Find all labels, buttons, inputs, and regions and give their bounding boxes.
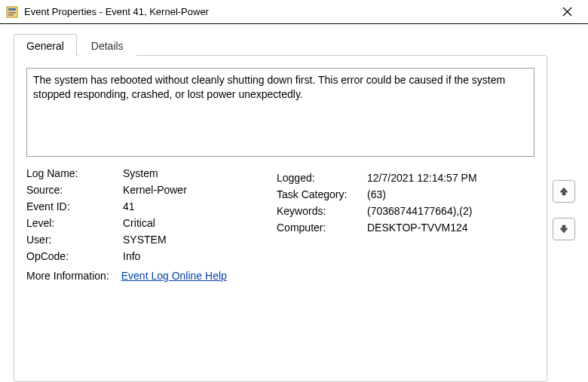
tab-body-general: The system has rebooted without cleanly … [14,55,547,382]
link-event-log-help[interactable]: Event Log Online Help [121,270,227,282]
svg-rect-2 [8,12,16,14]
details-col-right: Logged: 12/7/2021 12:14:57 PM Task Categ… [277,167,533,282]
label-logged: Logged: [277,172,367,184]
tabs: General Details [14,34,547,56]
label-source: Source: [26,184,123,196]
titlebar: Event Properties - Event 41, Kernel-Powe… [0,0,588,24]
arrow-down-icon [559,224,569,234]
label-keywords: Keywords: [277,205,367,217]
value-user: SYSTEM [123,234,259,246]
tab-details[interactable]: Details [78,34,136,56]
value-level: Critical [123,217,259,229]
label-log-name: Log Name: [26,167,123,179]
content: General Details The system has rebooted … [0,24,588,382]
prev-event-button[interactable] [553,180,575,203]
tab-general[interactable]: General [14,34,77,56]
value-logged: 12/7/2021 12:14:57 PM [367,172,533,184]
close-button[interactable] [552,2,582,23]
app-icon [6,6,18,18]
value-computer: DESKTOP-TVVM124 [367,222,533,234]
details-grid: Log Name: System Source: Kernel-Power Ev… [26,167,534,282]
value-source: Kernel-Power [123,184,259,196]
value-event-id: 41 [123,200,259,212]
close-icon [562,7,572,17]
value-task-category: (63) [367,188,533,200]
window-title: Event Properties - Event 41, Kernel-Powe… [24,6,552,17]
event-description[interactable]: The system has rebooted without cleanly … [26,68,534,157]
svg-rect-3 [8,14,14,16]
label-level: Level: [26,217,123,229]
label-computer: Computer: [277,222,367,234]
svg-rect-1 [8,8,16,11]
value-keywords: (70368744177664),(2) [367,205,533,217]
details-col-left: Log Name: System Source: Kernel-Power Ev… [26,167,259,282]
label-event-id: Event ID: [26,200,123,212]
value-opcode: Info [123,250,259,262]
value-log-name: System [123,167,259,179]
more-info-row: More Information: Event Log Online Help [26,270,259,282]
label-user: User: [26,234,123,246]
label-task-category: Task Category: [277,188,367,200]
side-nav [547,33,580,382]
next-event-button[interactable] [553,218,575,240]
main-panel: General Details The system has rebooted … [14,33,547,382]
label-opcode: OpCode: [26,250,123,262]
label-more-info: More Information: [26,270,109,282]
arrow-up-icon [559,186,569,197]
